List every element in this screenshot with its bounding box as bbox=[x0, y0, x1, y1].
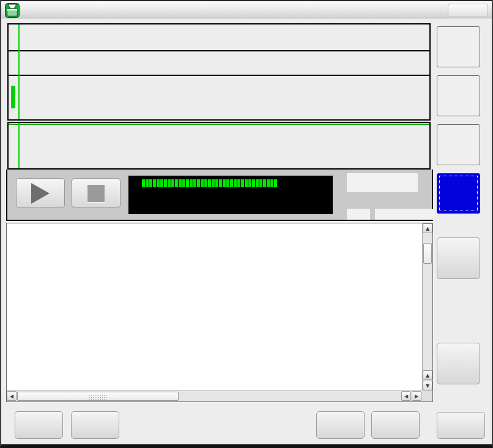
rdlogedit-voice-tracker-window: ▲ ▲ ▼ ◀ ◀ ▶ bbox=[0, 0, 493, 448]
track2-waveform-pane[interactable] bbox=[7, 122, 431, 170]
vertical-scrollbar[interactable]: ▲ ▲ ▼ bbox=[422, 223, 432, 392]
meter-segment bbox=[248, 179, 251, 187]
meter-scale bbox=[142, 189, 330, 198]
pane-divider bbox=[9, 50, 429, 51]
playhead-line bbox=[18, 123, 20, 168]
transport-panel bbox=[6, 170, 433, 221]
remaining-tracks-value bbox=[347, 209, 370, 220]
meter-segment bbox=[263, 179, 266, 187]
audio-level-meter bbox=[128, 176, 333, 214]
meter-segment bbox=[204, 179, 207, 187]
log-table: ▲ ▲ ▼ ◀ ◀ ▶ bbox=[6, 223, 433, 402]
meter-segment bbox=[179, 179, 182, 187]
meter-segment bbox=[245, 179, 248, 187]
hit-post-button[interactable] bbox=[437, 237, 480, 279]
meter-segment bbox=[142, 179, 145, 187]
meter-segment bbox=[230, 179, 233, 187]
meter-segment bbox=[215, 179, 218, 187]
play-icon bbox=[31, 183, 50, 204]
meter-segment bbox=[226, 179, 229, 187]
play-button[interactable] bbox=[16, 178, 65, 208]
meter-segment bbox=[267, 179, 270, 187]
meter-segment bbox=[223, 179, 226, 187]
meter-segment bbox=[182, 179, 185, 187]
next-track-button[interactable] bbox=[371, 411, 420, 439]
playhead-line bbox=[18, 24, 20, 119]
meter-segment bbox=[168, 179, 171, 187]
meter-segment bbox=[157, 179, 160, 187]
left-meter-segments bbox=[142, 179, 278, 187]
app-logo-icon bbox=[5, 3, 20, 18]
meter-segment bbox=[149, 179, 152, 187]
horizontal-scroll-thumb[interactable] bbox=[17, 392, 179, 401]
table-rows bbox=[7, 235, 422, 391]
scroll-grip bbox=[89, 395, 107, 401]
close-button[interactable] bbox=[437, 412, 485, 439]
meter-segment bbox=[237, 179, 240, 187]
stop-button[interactable] bbox=[72, 178, 120, 208]
start-2-button[interactable] bbox=[437, 124, 480, 165]
elapsed-time-display bbox=[347, 173, 418, 192]
meter-segment bbox=[234, 179, 237, 187]
meter-segment bbox=[259, 179, 262, 187]
save-button[interactable] bbox=[437, 173, 480, 214]
audio-waveform bbox=[10, 138, 429, 167]
meter-segment bbox=[201, 179, 204, 187]
meter-segment bbox=[190, 179, 193, 187]
track1-waveform-pane[interactable] bbox=[7, 23, 431, 121]
meter-segment bbox=[252, 179, 255, 187]
scroll-left-icon[interactable]: ◀ bbox=[7, 391, 17, 401]
titlebar bbox=[0, 0, 493, 18]
stop-icon bbox=[87, 184, 105, 203]
pane-divider bbox=[9, 75, 429, 76]
window-controls bbox=[448, 4, 488, 17]
scroll-up-icon[interactable]: ▲ bbox=[423, 370, 432, 380]
meter-segment bbox=[193, 179, 196, 187]
segment-marker-bar bbox=[11, 86, 15, 108]
meter-segment bbox=[197, 179, 200, 187]
record-button[interactable] bbox=[437, 75, 480, 116]
scroll-right-icon[interactable]: ▶ bbox=[412, 391, 421, 401]
main-content: ▲ ▲ ▼ ◀ ◀ ▶ bbox=[1, 18, 492, 444]
start-1-button[interactable] bbox=[437, 26, 480, 67]
meter-segment bbox=[208, 179, 211, 187]
meter-segment bbox=[160, 179, 163, 187]
meter-segment bbox=[241, 179, 244, 187]
segue-start-line bbox=[9, 124, 429, 125]
do-over-button[interactable] bbox=[437, 343, 480, 384]
meter-segment bbox=[153, 179, 156, 187]
meter-segment bbox=[186, 179, 189, 187]
delete-track-button[interactable] bbox=[71, 411, 119, 439]
meter-segment bbox=[270, 179, 273, 187]
remaining-time-value bbox=[375, 209, 435, 220]
scrollbar-corner bbox=[422, 390, 432, 401]
meter-segment bbox=[164, 179, 167, 187]
meter-segment bbox=[212, 179, 215, 187]
meter-segment bbox=[274, 179, 277, 187]
meter-segment bbox=[219, 179, 222, 187]
meter-segment bbox=[171, 179, 174, 187]
scroll-down-icon[interactable]: ▼ bbox=[423, 381, 432, 390]
scroll-left-icon[interactable]: ◀ bbox=[401, 391, 411, 401]
meter-segment bbox=[175, 179, 178, 187]
meter-segment bbox=[256, 179, 259, 187]
scroll-up-icon[interactable]: ▲ bbox=[423, 223, 432, 233]
previous-track-button[interactable] bbox=[316, 411, 365, 439]
insert-track-button[interactable] bbox=[15, 411, 63, 439]
meter-segment bbox=[146, 179, 149, 187]
horizontal-scrollbar[interactable]: ◀ ◀ ▶ bbox=[7, 390, 423, 401]
vertical-scroll-thumb[interactable] bbox=[423, 243, 432, 264]
